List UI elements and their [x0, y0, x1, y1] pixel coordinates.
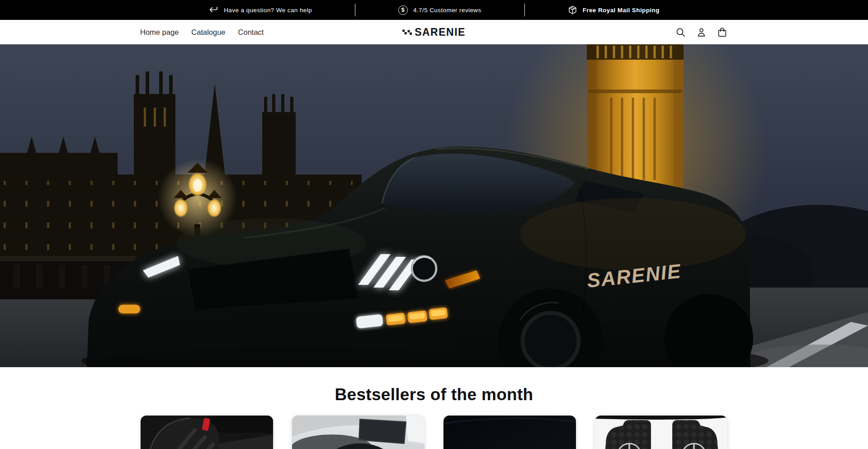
logo-text: SARENIE — [415, 26, 466, 38]
announcement-reviews: $ 4.7/5 Customer reviews — [355, 5, 524, 15]
product-card-floor-mats[interactable] — [594, 415, 728, 449]
header-icons — [675, 27, 728, 38]
announcement-help[interactable]: Have a question? We can help — [165, 5, 355, 14]
product-image-steering-wheel — [292, 416, 425, 449]
logo[interactable]: SARENIE — [402, 26, 466, 38]
checkered-flag-icon — [402, 29, 412, 35]
bestsellers-section: Bestsellers of the month — [0, 367, 868, 449]
main-nav: Home page Catalogue Contact — [140, 28, 264, 37]
product-card-dark-glow[interactable] — [443, 415, 576, 449]
cart-icon[interactable] — [717, 27, 728, 38]
left-fog-light — [118, 305, 140, 313]
main-header: Home page Catalogue Contact SARENIE — [0, 20, 868, 44]
return-arrow-icon — [208, 5, 218, 14]
bestsellers-heading: Bestsellers of the month — [0, 385, 868, 404]
announcement-divider — [355, 4, 355, 16]
product-card-steering-wheel[interactable] — [292, 415, 425, 449]
product-image-seat-covers — [141, 416, 274, 449]
product-image-dark-glow — [443, 416, 576, 449]
dollar-circle-icon: $ — [398, 5, 408, 15]
announcement-reviews-text: 4.7/5 Customer reviews — [413, 7, 481, 14]
account-icon[interactable] — [696, 27, 707, 38]
nav-catalogue[interactable]: Catalogue — [191, 28, 225, 36]
search-icon[interactable] — [675, 27, 686, 38]
product-image-floor-mats — [595, 416, 728, 449]
nav-home-page[interactable]: Home page — [140, 28, 179, 36]
announcement-bar: Have a question? We can help $ 4.7/5 Cus… — [0, 0, 868, 20]
product-grid — [140, 415, 728, 449]
hero-banner: SARENIE — [0, 44, 868, 367]
page: Have a question? We can help $ 4.7/5 Cus… — [0, 0, 868, 449]
announcement-divider — [524, 4, 525, 16]
announcement-help-text: Have a question? We can help — [224, 7, 312, 14]
package-icon — [568, 5, 577, 15]
announcement-shipping: Free Royal Mail Shipping — [525, 5, 703, 15]
product-card-seat-covers[interactable] — [140, 415, 274, 449]
nav-contact[interactable]: Contact — [238, 28, 264, 36]
hero-image: SARENIE — [0, 44, 868, 367]
announcement-shipping-text: Free Royal Mail Shipping — [583, 7, 660, 14]
announcement-items: Have a question? We can help $ 4.7/5 Cus… — [165, 0, 703, 20]
